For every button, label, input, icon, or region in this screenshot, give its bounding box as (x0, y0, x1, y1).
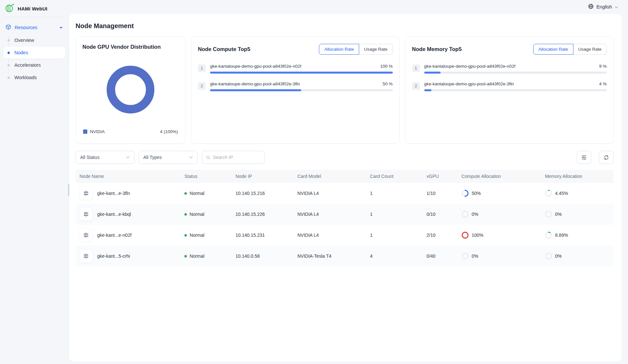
rank-badge: 2 (198, 82, 206, 90)
allocation-rate-button[interactable]: Allocation Rate (533, 44, 573, 55)
allocation-rate-button[interactable]: Allocation Rate (319, 44, 359, 55)
node-value: 4 % (599, 81, 607, 86)
memory-allocation-ring (545, 211, 552, 218)
table-header: Node Name Status Node IP Card Model Card… (76, 170, 614, 183)
card-model: NVIDIA-Tesla T4 (293, 253, 366, 259)
node-icon (79, 187, 93, 200)
status-dot-icon (184, 213, 187, 216)
progress-track (210, 72, 393, 74)
col-node-ip: Node IP (232, 174, 293, 179)
node-name[interactable]: gke-kant...e-n02f (97, 233, 131, 238)
chevron-down-icon (189, 156, 193, 159)
card-count: 1 (366, 233, 423, 238)
sidebar-group-label: Resources (15, 25, 37, 30)
list-item: 1 gke-kantaloupe-demo-gpu-pool-a843f02e-… (412, 64, 607, 74)
sidebar-item-label: Nodes (14, 50, 28, 55)
node-name: gke-kantaloupe-demo-gpu-pool-a843f02e-3f… (210, 81, 300, 86)
nodes-table: Node Name Status Node IP Card Model Card… (76, 170, 614, 267)
nav-dot-icon (8, 64, 10, 66)
language-selector[interactable]: English (588, 4, 618, 10)
brand: HAMi WebUI (0, 3, 69, 14)
refresh-button[interactable] (599, 151, 614, 164)
status-badge: Normal (190, 191, 204, 196)
table-row[interactable]: gke-kant...e-kbql Normal 10.140.15.226 N… (76, 204, 614, 225)
chevron-down-icon (615, 4, 618, 9)
node-ip: 10.140.15.231 (232, 233, 293, 238)
chevron-down-icon (126, 156, 130, 159)
compute-allocation-value: 100% (472, 233, 483, 238)
legend-swatch (83, 130, 87, 134)
sidebar-item-nodes[interactable]: Nodes (3, 47, 65, 59)
compute-allocation-value: 0% (472, 253, 478, 259)
search-ip-box (202, 151, 265, 164)
compute-rate-toggle: Allocation Rate Usage Rate (319, 44, 392, 55)
search-ip-input[interactable] (213, 155, 260, 160)
main-panel: Node Management Node GPU Vendor Distribu… (69, 14, 621, 361)
node-icon (79, 229, 93, 242)
card-count: 1 (366, 191, 423, 196)
sidebar-item-overview[interactable]: Overview (3, 34, 65, 46)
memory-top5-list: 1 gke-kantaloupe-demo-gpu-pool-a843f02e-… (412, 64, 607, 91)
memory-rate-toggle: Allocation Rate Usage Rate (533, 44, 607, 55)
progress-fill (210, 89, 301, 91)
card-model: NVIDIA L4 (293, 212, 366, 217)
col-card-model: Card Model (293, 174, 366, 179)
sidebar-resize-handle[interactable] (68, 184, 69, 196)
table-row[interactable]: gke-kant...5-crhi Normal 10.140.0.58 NVI… (76, 246, 614, 267)
progress-track (424, 72, 607, 74)
node-name[interactable]: gke-kant...e-kbql (97, 212, 131, 217)
sidebar-item-workloads[interactable]: Workloads (3, 72, 65, 83)
search-icon (206, 155, 210, 160)
memory-allocation-ring (545, 252, 552, 260)
topbar: English (69, 0, 628, 14)
table-row[interactable]: gke-kant...e-3fln Normal 10.140.15.216 N… (76, 183, 614, 204)
cube-icon (5, 24, 11, 31)
node-ip: 10.140.15.216 (232, 191, 293, 196)
page-title: Node Management (76, 22, 614, 30)
status-badge: Normal (190, 233, 204, 238)
nav-dot-icon (8, 39, 10, 42)
compute-top5-list: 1 gke-kantaloupe-demo-gpu-pool-a843f02e-… (198, 64, 393, 91)
status-dot-icon (184, 255, 187, 257)
sidebar-group-resources[interactable]: Resources (0, 21, 69, 34)
list-item: 2 gke-kantaloupe-demo-gpu-pool-a843f02e-… (412, 81, 607, 91)
compute-allocation-value: 0% (472, 212, 478, 217)
legend-value: 4 (100%) (160, 129, 178, 134)
sidebar: HAMi WebUI Resources Overview (0, 0, 69, 364)
usage-rate-button[interactable]: Usage Rate (573, 44, 607, 55)
memory-allocation-ring (545, 232, 552, 239)
column-settings-button[interactable] (577, 151, 591, 164)
status-badge: Normal (190, 212, 204, 217)
col-vgpu: vGPU (423, 174, 458, 179)
node-value: 100 % (380, 64, 392, 69)
donut-legend-row[interactable]: NVIDIA 4 (100%) (82, 129, 179, 136)
vgpu: 0/10 (423, 212, 458, 217)
type-filter-select[interactable]: All Types (139, 151, 198, 164)
compute-allocation-ring (462, 190, 469, 197)
status-filter-select[interactable]: All Status (76, 151, 134, 164)
type-filter-value: All Types (143, 155, 162, 160)
donut-ring (107, 66, 154, 113)
card-model: NVIDIA L4 (293, 191, 366, 196)
nav-dot-icon (8, 52, 10, 54)
node-name[interactable]: gke-kant...5-crhi (97, 253, 130, 259)
usage-rate-button[interactable]: Usage Rate (359, 44, 392, 55)
memory-allocation-value: 0% (555, 212, 562, 217)
card-title: Node Compute Top5 (198, 46, 250, 52)
sidebar-item-accelerators[interactable]: Accelerators (3, 59, 65, 71)
node-ip: 10.140.0.58 (232, 253, 293, 259)
progress-fill (424, 72, 441, 74)
node-name[interactable]: gke-kant...e-3fln (97, 191, 130, 196)
rank-badge: 1 (198, 64, 206, 72)
memory-allocation-value: 4.45% (555, 191, 568, 196)
node-name: gke-kantaloupe-demo-gpu-pool-a843f02e-n0… (210, 64, 301, 69)
table-row[interactable]: gke-kant...e-n02f Normal 10.140.15.231 N… (76, 225, 614, 246)
sidebar-item-label: Accelerators (14, 62, 41, 68)
node-value: 50 % (383, 81, 393, 86)
vgpu: 2/10 (423, 233, 458, 238)
status-badge: Normal (190, 253, 204, 259)
vendor-distribution-card: Node GPU Vendor Distribution NVIDIA 4 (1… (76, 36, 185, 144)
app-title: HAMi WebUI (18, 6, 47, 11)
col-compute-allocation: Compute Allocation (458, 174, 541, 179)
compute-allocation-ring (462, 232, 469, 239)
